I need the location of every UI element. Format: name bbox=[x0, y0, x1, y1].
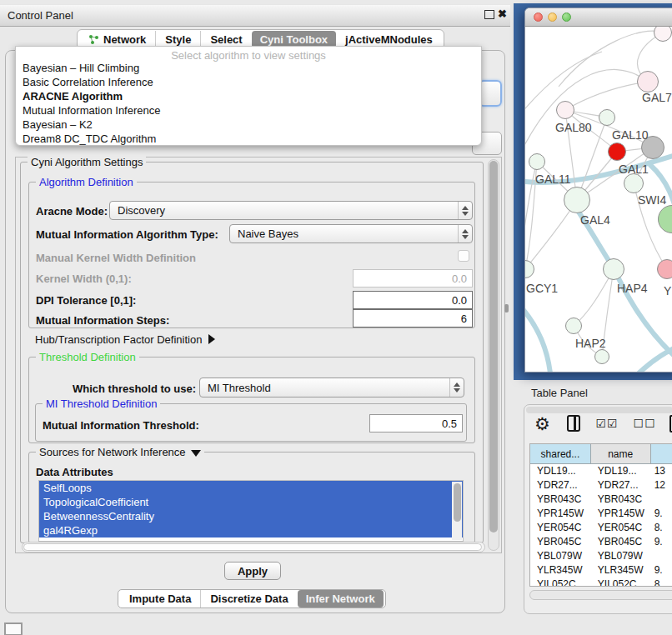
table-header-row: shared... name bbox=[530, 444, 672, 464]
column-header-shared-name[interactable]: shared... bbox=[530, 444, 591, 464]
network-window-titlebar[interactable] bbox=[525, 8, 672, 27]
column-header-clipped[interactable] bbox=[651, 444, 672, 464]
mi-algorithm-type-label: Mutual Information Algorithm Type: bbox=[36, 228, 218, 241]
attribute-item-selfloops[interactable]: SelfLoops bbox=[39, 481, 463, 495]
app-root: Control Panel ✖ NetworkStyleSelectCyni T… bbox=[0, 0, 672, 635]
settings-scrollbar-thumb[interactable] bbox=[489, 161, 498, 532]
table-panel-title: Table Panel bbox=[531, 387, 588, 399]
graph-node-label: GAL10 bbox=[612, 128, 649, 142]
close-traffic-light-icon[interactable] bbox=[534, 12, 543, 22]
algorithm-definition-group: Algorithm Definition Aracne Mode: Discov… bbox=[28, 182, 475, 328]
cell-value: 9. bbox=[651, 535, 672, 549]
graph-node[interactable] bbox=[594, 349, 609, 364]
graph-node-gal7[interactable] bbox=[637, 71, 659, 92]
network-view-window[interactable]: GAL7GAL80GAL10GAL1GAL11SWI4GAL4GCY1HAP4Y… bbox=[524, 8, 672, 372]
manual-kernel-width-checkbox[interactable] bbox=[458, 250, 469, 262]
close-icon[interactable]: ✖ bbox=[498, 8, 507, 20]
gear-icon[interactable]: ⚙ bbox=[534, 415, 550, 432]
table-row[interactable]: YER054CYER054C8. bbox=[530, 521, 672, 535]
split-divider-handle[interactable] bbox=[504, 304, 509, 312]
algorithm-option-bayesian-k2[interactable]: Bayesian – K2 bbox=[16, 118, 481, 132]
settings-hscrollbar-thumb[interactable] bbox=[23, 543, 482, 551]
aracne-mode-value: Discovery bbox=[110, 204, 458, 217]
graph-node-label: GAL4 bbox=[580, 213, 610, 227]
graph-node-swi4[interactable] bbox=[624, 173, 644, 193]
hub-factor-expander[interactable]: Hub/Transcription Factor Definition bbox=[35, 333, 215, 346]
attribute-item-gal4rgexp[interactable]: gal4RGexp bbox=[39, 523, 463, 538]
mi-threshold-field[interactable] bbox=[369, 414, 463, 432]
kernel-width-field[interactable] bbox=[353, 269, 473, 288]
attributes-scrollbar-thumb[interactable] bbox=[454, 483, 461, 522]
attribute-item-topologicalcoefficient[interactable]: TopologicalCoefficient bbox=[39, 495, 463, 509]
algorithm-option-bayesian-hill-climbing[interactable]: Bayesian – Hill Climbing bbox=[16, 61, 481, 75]
table-row[interactable]: YLR345WYLR345W9. bbox=[530, 563, 672, 578]
algorithm-option-aracne-algorithm[interactable]: ARACNE Algorithm bbox=[16, 89, 481, 103]
graph-node-hap4[interactable] bbox=[603, 258, 624, 280]
algorithm-option-mutual-information-inference[interactable]: Mutual Information Inference bbox=[16, 103, 481, 118]
graph-node-label: HAP4 bbox=[617, 282, 648, 295]
cell-name: YBL079W bbox=[591, 549, 651, 563]
deselect-all-checkboxes-icon[interactable]: ☐☐ bbox=[634, 417, 656, 430]
cell-shared-name: YDL19... bbox=[530, 464, 591, 478]
cell-name: YLR345W bbox=[591, 563, 651, 578]
tab-infer-network[interactable]: Infer Network bbox=[298, 590, 384, 608]
table-row[interactable]: YPR145WYPR145W9. bbox=[530, 507, 672, 521]
float-window-icon[interactable] bbox=[484, 10, 494, 19]
graph-node-label: Y bbox=[664, 284, 671, 298]
cell-value: 9. bbox=[651, 507, 672, 521]
graph-node-gal1[interactable] bbox=[608, 142, 626, 161]
table-row[interactable]: YBR043CYBR043C bbox=[530, 492, 672, 507]
graph-node-y[interactable] bbox=[657, 259, 672, 279]
table-row[interactable]: YIL052CYIL052C8. bbox=[530, 578, 672, 587]
tab-label: Discretize Data bbox=[210, 590, 288, 608]
cell-name: YDL19... bbox=[591, 464, 651, 478]
cell-value: 8. bbox=[651, 578, 672, 587]
tab-impute-data[interactable]: Impute Data bbox=[120, 590, 200, 608]
column-header-name[interactable]: name bbox=[591, 444, 651, 464]
mi-algorithm-type-combo[interactable]: Naive Bayes bbox=[229, 224, 473, 243]
docked-panel-icon[interactable] bbox=[4, 622, 23, 635]
table-hscrollbar-thumb[interactable] bbox=[526, 407, 672, 413]
aracne-mode-combo[interactable]: Discovery bbox=[109, 201, 473, 220]
which-threshold-combo[interactable]: MI Threshold bbox=[199, 378, 464, 398]
dpi-tolerance-field[interactable] bbox=[353, 291, 473, 309]
cell-shared-name: YLR345W bbox=[530, 563, 591, 578]
tab-discretize-data[interactable]: Discretize Data bbox=[200, 590, 297, 608]
network-graph-canvas[interactable]: GAL7GAL80GAL10GAL1GAL11SWI4GAL4GCY1HAP4Y… bbox=[525, 27, 672, 372]
graph-node-gal80[interactable] bbox=[556, 101, 574, 119]
algorithm-option-list: Bayesian – Hill ClimbingBasic Correlatio… bbox=[16, 61, 481, 146]
which-threshold-value: MI Threshold bbox=[200, 382, 449, 394]
data-attributes-list[interactable]: SelfLoopsTopologicalCoefficientBetweenne… bbox=[38, 480, 464, 542]
inference-algorithm-combo-fragment[interactable] bbox=[479, 80, 502, 107]
cell-name: YBR043C bbox=[591, 492, 651, 507]
mi-threshold-group-title: MI Threshold Definition bbox=[43, 398, 160, 410]
table-body: YDL19...YDL19...13YDR27...YDR27...12YBR0… bbox=[530, 464, 672, 587]
graph-node-gal11[interactable] bbox=[529, 153, 545, 170]
columns-icon[interactable] bbox=[567, 415, 581, 432]
algorithm-option-basic-correlation-inference[interactable]: Basic Correlation Inference bbox=[16, 75, 481, 89]
algorithm-option-dream8-dc-tdc-algorithm[interactable]: Dream8 DC_TDC Algorithm bbox=[16, 132, 481, 146]
cell-shared-name: YDR27... bbox=[530, 478, 591, 492]
table-row[interactable]: YBR045CYBR045C9. bbox=[530, 535, 672, 549]
sources-group-title[interactable]: Sources for Network Inference bbox=[36, 446, 204, 458]
table-row[interactable]: YDR27...YDR27...12 bbox=[530, 478, 672, 492]
table-row[interactable]: YDL19...YDL19...13 bbox=[530, 464, 672, 478]
minimize-traffic-light-icon[interactable] bbox=[548, 12, 557, 22]
table-row[interactable]: YBL079WYBL079W bbox=[530, 549, 672, 563]
graph-node-label: HAP2 bbox=[575, 337, 606, 350]
graph-node-label: GCY1 bbox=[526, 282, 558, 295]
graph-node-hap2[interactable] bbox=[565, 318, 582, 334]
graph-node-gal4[interactable] bbox=[564, 187, 590, 213]
mi-steps-field[interactable] bbox=[353, 309, 473, 328]
attribute-item-betweennesscentrality[interactable]: BetweennessCentrality bbox=[39, 509, 463, 523]
zoom-traffic-light-icon[interactable] bbox=[562, 12, 571, 22]
table-panel: ⚙ ☑☑ ☐☐ shared... name YDL19...YDL19...1… bbox=[524, 404, 672, 614]
apply-button[interactable]: Apply bbox=[224, 562, 281, 580]
graph-node[interactable] bbox=[599, 109, 615, 126]
select-all-checkboxes-icon[interactable]: ☑☑ bbox=[595, 417, 618, 430]
network-icon bbox=[88, 34, 99, 45]
expanded-caret-icon bbox=[191, 450, 201, 457]
graph-node-label: SWI4 bbox=[638, 193, 666, 207]
tab-label: Infer Network bbox=[306, 590, 375, 608]
table-hscrollbar-track[interactable] bbox=[529, 590, 672, 600]
